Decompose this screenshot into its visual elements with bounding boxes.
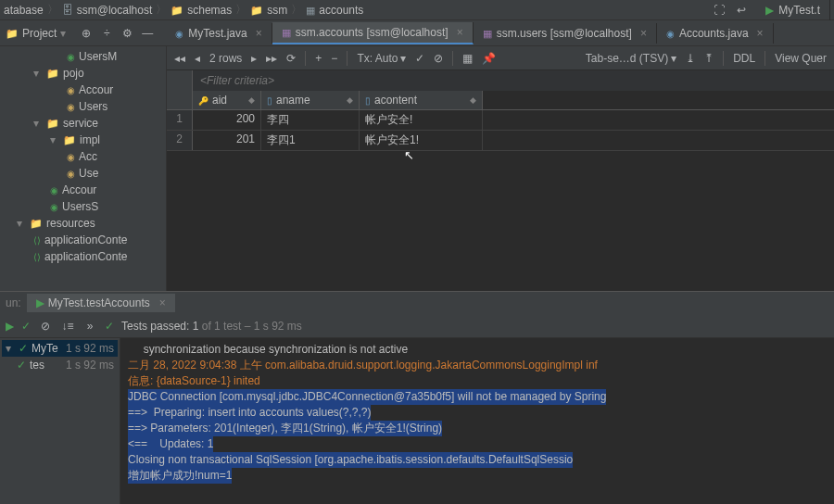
class-icon [666, 27, 675, 40]
test-fail-filter[interactable]: ⊘ [38, 319, 53, 334]
cell-aname[interactable]: 李四1 [261, 131, 360, 150]
sort-icon[interactable] [347, 95, 353, 105]
close-icon[interactable]: × [757, 27, 764, 40]
data-grid[interactable]: aid aname acontent 1 200 李四 帐户安全! 2 201 … [167, 91, 834, 151]
sort-button[interactable]: ↓≡ [60, 319, 75, 334]
tab-accounts-table[interactable]: ssm.accounts [ssm@localhost] × [272, 22, 474, 44]
export-format[interactable]: Tab-se…d (TSV) ▾ [586, 52, 676, 65]
back-icon[interactable]: ↩ [734, 3, 749, 18]
table-row[interactable]: 1 200 李四 帐户安全! [167, 110, 834, 131]
expand-button[interactable]: » [82, 319, 97, 334]
query-toolbar: ◂◂ ◂ 2 rows ▸ ▸▸ ⟳ + − Tx: Auto ▾ ✓ ⊘ ▦ … [167, 46, 834, 70]
rerun-button[interactable]: ▶ [6, 320, 14, 333]
chevron-down-icon[interactable] [50, 133, 59, 146]
test-tree-root[interactable]: MyTe 1 s 92 ms [2, 340, 118, 357]
project-tree[interactable]: UsersM pojo Accour Users service impl Ac… [0, 46, 167, 291]
add-row-button[interactable]: + [315, 52, 322, 65]
column-acontent[interactable]: acontent [360, 91, 483, 109]
rollback-button[interactable]: ⊘ [434, 52, 443, 65]
folder-icon [250, 4, 263, 17]
column-aid[interactable]: aid [193, 91, 261, 109]
column-aname[interactable]: aname [261, 91, 360, 109]
interface-icon [50, 200, 58, 213]
tree-item[interactable]: Accour [0, 182, 166, 198]
expand-icon[interactable]: ⛶ [712, 3, 727, 18]
sort-icon[interactable] [470, 95, 476, 105]
project-tool-button[interactable]: Project ▾ [0, 27, 71, 40]
test-pass-icon[interactable]: ✓ [21, 320, 31, 333]
cell-aid[interactable]: 201 [193, 131, 261, 150]
close-icon[interactable]: × [159, 296, 166, 309]
tree-item[interactable]: Accour [0, 82, 166, 98]
tree-item[interactable]: service [0, 115, 166, 132]
cell-aid[interactable]: 200 [193, 110, 261, 130]
select-opened-icon[interactable]: ⊕ [79, 26, 94, 41]
console-line: Closing non transactional SqlSession [or… [128, 452, 573, 468]
table-icon [483, 27, 492, 40]
close-icon[interactable]: × [640, 27, 647, 40]
collapse-icon[interactable]: ÷ [99, 26, 114, 41]
breadcrumb[interactable]: atabase 〉 ssm@localhost 〉 schemas 〉 ssm … [4, 2, 363, 18]
tx-mode[interactable]: Tx: Auto ▾ [357, 52, 406, 65]
interface-icon [67, 50, 75, 63]
view-mode-button[interactable]: ▦ [462, 52, 473, 65]
breadcrumb-conn: ssm@localhost [77, 4, 153, 17]
console-line: 二月 28, 2022 9:04:38 上午 com.alibaba.druid… [128, 358, 827, 373]
download-button[interactable]: ⤓ [686, 52, 695, 65]
play-icon: ▶ [765, 4, 774, 17]
sort-icon[interactable] [248, 95, 255, 105]
tree-item[interactable]: applicationConte [0, 248, 166, 265]
tree-item[interactable]: pojo [0, 65, 166, 82]
cell-acontent[interactable]: 帐户安全1! [360, 131, 483, 150]
table-row[interactable]: 2 201 李四1 帐户安全1! [167, 131, 834, 151]
upload-button[interactable]: ⤒ [704, 52, 714, 65]
first-page-button[interactable]: ◂◂ [174, 52, 185, 65]
prev-page-button[interactable]: ◂ [195, 52, 200, 65]
test-tree[interactable]: MyTe 1 s 92 ms tes 1 s 92 ms [0, 338, 120, 504]
tree-item[interactable]: Users [0, 98, 166, 115]
chevron-down-icon[interactable] [17, 217, 26, 230]
tab-users-table[interactable]: ssm.users [ssm@localhost] × [474, 23, 657, 44]
folder-icon [46, 117, 59, 130]
gear-icon[interactable]: ⚙ [120, 26, 134, 41]
interface-icon [50, 183, 58, 196]
cell-acontent[interactable]: 帐户安全! [360, 110, 483, 130]
console-line: 增加帐户成功!num=1 [128, 468, 232, 484]
test-tree-item[interactable]: tes 1 s 92 ms [2, 357, 118, 373]
filter-input[interactable] [193, 74, 684, 87]
reload-button[interactable]: ⟳ [286, 52, 296, 65]
close-icon[interactable]: × [457, 26, 463, 39]
column-icon [365, 94, 371, 107]
tab-accounts-java[interactable]: Accounts.java × [657, 23, 774, 44]
pin-button[interactable]: 📌 [482, 52, 496, 65]
breadcrumb-schemas: schemas [187, 4, 232, 17]
chevron-down-icon[interactable] [33, 67, 43, 80]
tree-item[interactable]: applicationConte [0, 232, 166, 248]
cell-aname[interactable]: 李四 [261, 110, 360, 130]
folder-icon [46, 67, 59, 80]
hide-icon[interactable]: — [140, 26, 155, 41]
breadcrumb-table: accounts [319, 4, 363, 17]
tree-item[interactable]: UsersM [0, 48, 166, 65]
ddl-button[interactable]: DDL [733, 52, 755, 65]
tree-item[interactable]: impl [0, 132, 166, 148]
tab-mytest[interactable]: MyTest.java × [166, 23, 272, 44]
tree-item[interactable]: resources [0, 215, 166, 232]
tree-item[interactable]: Use [0, 165, 166, 182]
chevron-down-icon[interactable] [33, 117, 43, 130]
console-output[interactable]: synchronization because synchronization … [120, 338, 834, 504]
close-icon[interactable]: × [256, 27, 262, 40]
commit-button[interactable]: ✓ [415, 52, 424, 65]
delete-row-button[interactable]: − [331, 52, 337, 65]
view-query-button[interactable]: View Quer [775, 52, 827, 65]
run-tab[interactable]: ▶ MyTest.testAccounts × [27, 294, 175, 312]
console-line: ==> Preparing: insert into accounts valu… [128, 405, 371, 421]
tree-item[interactable]: UsersS [0, 198, 166, 215]
chevron-down-icon[interactable] [6, 342, 15, 355]
next-page-button[interactable]: ▸ [251, 52, 257, 65]
tab-mytest-run[interactable]: ▶ MyTest.t [756, 0, 830, 20]
folder-icon [63, 133, 76, 146]
project-label: Project [22, 27, 57, 40]
last-page-button[interactable]: ▸▸ [266, 52, 277, 65]
tree-item[interactable]: Acc [0, 148, 166, 165]
